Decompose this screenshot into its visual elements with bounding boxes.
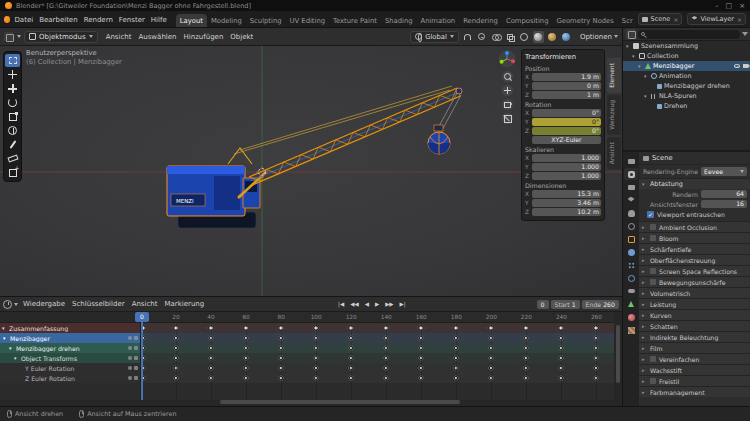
mute-icon[interactable] <box>128 336 132 340</box>
play-button[interactable]: ▶ <box>373 300 381 308</box>
filter-icon[interactable] <box>742 32 748 36</box>
outliner-search-input[interactable] <box>638 30 740 39</box>
3d-viewport[interactable]: MENZI <box>0 46 622 296</box>
properties-tab-render[interactable] <box>624 168 638 180</box>
timeline-ruler[interactable]: 020406080100120140160180200220240260 <box>141 312 614 323</box>
minimize-button[interactable]: – <box>715 2 719 10</box>
properties-tab-object[interactable] <box>624 233 638 245</box>
rotation-mode-dropdown[interactable]: XYZ-Euler <box>532 136 601 144</box>
frame-start-field[interactable]: Start 1 <box>551 300 580 309</box>
properties-tab-physics[interactable] <box>624 272 638 284</box>
properties-tab-viewlayer[interactable] <box>624 194 638 206</box>
section-bloom[interactable]: ▸Bloom <box>639 232 750 243</box>
tool-cursor[interactable] <box>5 68 20 81</box>
checkbox-screen-space-reflections[interactable] <box>650 268 656 274</box>
rotation-z-field[interactable]: 0° <box>532 127 601 135</box>
channel-zusammenfassung[interactable]: ▾Zusammenfassung <box>0 323 140 333</box>
outliner-row-collection[interactable]: ▾Collection <box>623 51 750 61</box>
outliner-row-nla-spuren[interactable]: ▾NLA-Spuren <box>623 91 750 101</box>
outliner-row-menzibagger[interactable]: ▾Menzibagger <box>623 61 750 71</box>
section-oberfl-chenstreuung[interactable]: ▸Oberflächenstreuung <box>639 254 750 265</box>
menu-fenster[interactable]: Fenster <box>116 15 148 25</box>
workspace-tab-layout[interactable]: Layout <box>176 14 207 27</box>
expand-arrow-icon[interactable]: ▾ <box>2 325 7 331</box>
play-reverse-button[interactable]: ◀ <box>363 300 371 308</box>
jump-to-start-button[interactable]: |◀ <box>336 300 346 308</box>
section-film[interactable]: ▸Film <box>639 342 750 353</box>
properties-tab-constraints[interactable] <box>624 285 638 297</box>
mute-icon[interactable] <box>128 346 132 350</box>
options-dropdown[interactable]: Optionen <box>580 33 618 41</box>
frame-end-field[interactable]: Ende 260 <box>582 300 619 309</box>
shading-solid-button[interactable] <box>533 31 544 43</box>
eye-icon[interactable] <box>734 64 740 68</box>
properties-tab-particles[interactable] <box>624 259 638 271</box>
outliner-editor-icon[interactable] <box>626 29 636 39</box>
overlays-toggle-icon[interactable] <box>492 34 500 40</box>
section-farbmanagement[interactable]: ▸Farbmanagement <box>639 386 750 397</box>
shading-material-button[interactable] <box>547 31 558 43</box>
checkbox-freistil[interactable] <box>650 378 656 384</box>
prev-keyframe-button[interactable]: ◀◀ <box>348 300 360 308</box>
channel-z-euler-rotation[interactable]: Z Euler Rotation <box>0 373 140 383</box>
workspace-tab-compositing[interactable]: Compositing <box>502 14 553 27</box>
viewport-menu-hinzuf-gen[interactable]: Hinzufügen <box>181 32 227 42</box>
mode-dropdown[interactable]: Objektmodus <box>24 31 98 43</box>
section-indirekte-beleuchtung[interactable]: ▸Indirekte Beleuchtung <box>639 331 750 342</box>
sidebar-tab-ansicht[interactable]: Ansicht <box>607 137 621 169</box>
lock-icon[interactable] <box>134 366 138 370</box>
timeline-menu-ansicht[interactable]: Ansicht <box>129 299 161 309</box>
menu-hilfe[interactable]: Hilfe <box>148 15 170 25</box>
lock-icon[interactable] <box>134 376 138 380</box>
tool-annotate[interactable] <box>5 138 20 151</box>
viewport-menu-objekt[interactable]: Objekt <box>227 32 256 42</box>
playhead-frame-tag[interactable]: 0 <box>135 312 149 322</box>
outliner-row-szenensammlung[interactable]: ▾Szenensammlung <box>623 41 750 51</box>
tool-add-cube[interactable] <box>5 166 20 179</box>
expand-arrow-icon[interactable]: ▾ <box>3 335 8 341</box>
viewport-samples-field[interactable]: 16 <box>701 200 747 208</box>
crane-model[interactable]: MENZI <box>167 86 462 228</box>
editor-type-icon[interactable] <box>4 32 14 42</box>
properties-tab-data[interactable] <box>624 298 638 310</box>
tool-transform[interactable] <box>5 124 20 137</box>
expand-arrow-icon[interactable]: ▾ <box>632 53 637 59</box>
scale-y-field[interactable]: 1.000 <box>532 163 601 171</box>
mute-icon[interactable] <box>128 376 132 380</box>
properties-tab-scene[interactable] <box>624 207 638 219</box>
section-bewegungsunsch-rfe[interactable]: ▸Bewegungsunschärfe <box>639 276 750 287</box>
workspace-tab-animation[interactable]: Animation <box>417 14 460 27</box>
rotation-x-field[interactable]: 0° <box>532 109 601 117</box>
close-button[interactable]: × <box>739 2 745 10</box>
rotation-y-field[interactable]: 0° <box>532 118 601 126</box>
channel-menzibagger[interactable]: ▾Menzibagger <box>0 333 140 343</box>
position-x-field[interactable]: 1.9 m <box>532 73 601 81</box>
section-freistil[interactable]: ▸Freistil <box>639 375 750 386</box>
expand-arrow-icon[interactable]: ▾ <box>9 345 14 351</box>
scale-x-field[interactable]: 1.000 <box>532 154 601 162</box>
tool-box-select[interactable] <box>5 54 20 67</box>
expand-arrow-icon[interactable]: ▾ <box>644 93 649 99</box>
viewlayer-unlink-icon[interactable]: × <box>737 16 742 23</box>
timeline-editor-icon[interactable] <box>3 300 12 309</box>
transform-orientation-dropdown[interactable]: Global <box>410 31 459 43</box>
position-z-field[interactable]: 1 m <box>532 91 601 99</box>
scale-z-field[interactable]: 1.000 <box>532 172 601 180</box>
section-schatten[interactable]: ▸Schatten <box>639 320 750 331</box>
channel-menzibagger-drehen[interactable]: ▾Menzibagger drehen <box>0 343 140 353</box>
checkbox-ambient-occlusion[interactable] <box>650 224 656 230</box>
dimensions-z-field[interactable]: 10.2 m <box>532 208 601 216</box>
checkbox-bewegungsunsch-rfe[interactable] <box>650 279 656 285</box>
proportional-editing-icon[interactable] <box>478 33 485 40</box>
perspective-toggle-icon[interactable] <box>502 113 513 124</box>
sampling-panel-header[interactable]: ▾ Abtastung <box>639 178 750 189</box>
shading-rendered-button[interactable] <box>561 31 572 43</box>
lock-icon[interactable] <box>134 336 138 340</box>
lock-icon[interactable] <box>134 356 138 360</box>
section-vereinfachen[interactable]: ▸Vereinfachen <box>639 353 750 364</box>
section-leistung[interactable]: ▸Leistung <box>639 298 750 309</box>
section-screen-space-reflections[interactable]: ▸Screen Space Reflections <box>639 265 750 276</box>
properties-tab-tool[interactable] <box>624 155 638 167</box>
tool-scale[interactable] <box>5 110 20 123</box>
viewport-menu-ansicht[interactable]: Ansicht <box>103 32 135 42</box>
